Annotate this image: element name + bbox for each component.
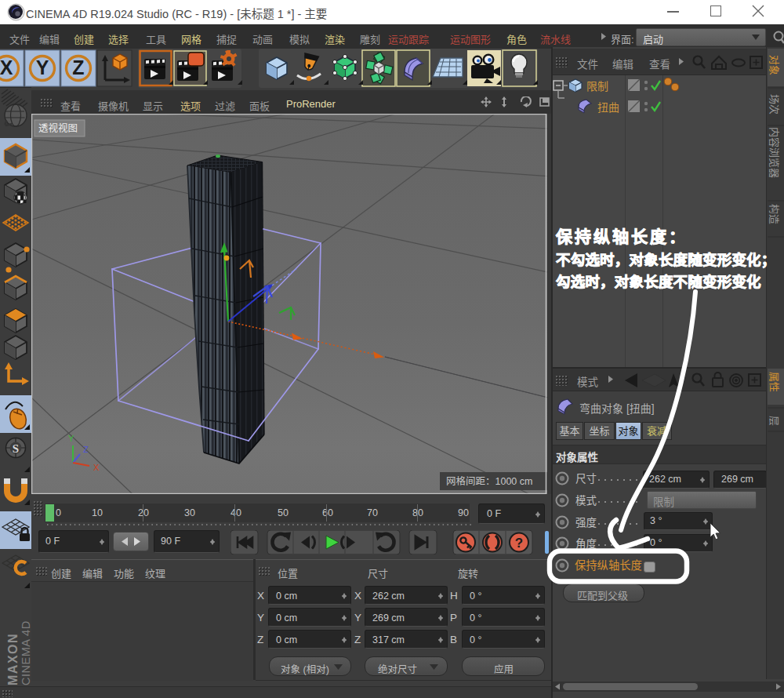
svg-text:CINEMA 4D: CINEMA 4D: [20, 620, 31, 685]
svg-text:内容浏览器: 内容浏览器: [768, 127, 780, 178]
svg-text:50: 50: [278, 507, 289, 518]
svg-text:层: 层: [768, 416, 780, 426]
svg-text:?: ?: [515, 536, 523, 551]
svg-text:强度: 强度: [575, 517, 597, 529]
svg-text:限制: 限制: [586, 80, 608, 93]
svg-text:网格间距：1000 cm: 网格间距：1000 cm: [446, 475, 532, 487]
svg-text:透视视图: 透视视图: [38, 122, 78, 134]
svg-text:对象: 对象: [768, 55, 780, 75]
svg-text:属性: 属性: [768, 372, 780, 392]
svg-text:Z: Z: [83, 445, 89, 454]
svg-text:场次: 场次: [768, 94, 780, 115]
svg-text:MAXON: MAXON: [6, 633, 20, 685]
svg-text:10: 10: [92, 507, 103, 518]
svg-text:Y: Y: [68, 434, 74, 443]
svg-text:60: 60: [322, 507, 333, 518]
svg-text:30: 30: [184, 507, 195, 518]
svg-text:角度: 角度: [575, 538, 597, 550]
svg-text:扭曲: 扭曲: [597, 101, 619, 114]
svg-text:Y: Y: [36, 56, 49, 78]
svg-text:70: 70: [367, 507, 378, 518]
svg-text:模式: 模式: [575, 495, 597, 507]
svg-text:Z: Z: [72, 56, 84, 78]
svg-text:X: X: [0, 56, 13, 78]
svg-text:X: X: [93, 463, 100, 472]
svg-text:90: 90: [458, 507, 469, 518]
svg-text:保持纵轴长度: 保持纵轴长度: [575, 559, 642, 572]
svg-text:构造: 构造: [768, 204, 780, 224]
svg-text:S: S: [13, 442, 19, 455]
svg-text:0: 0: [56, 507, 61, 518]
svg-text:40: 40: [230, 507, 241, 518]
svg-text:尺寸: 尺寸: [575, 473, 597, 485]
